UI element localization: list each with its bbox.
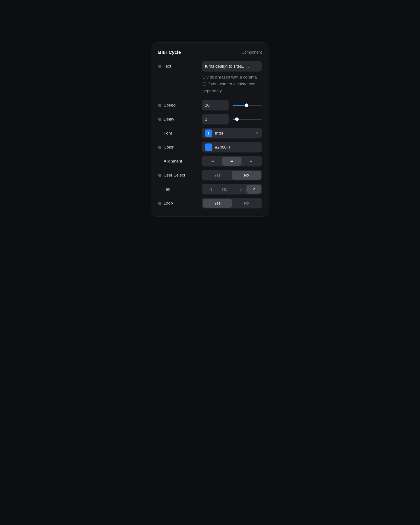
color-value: #2480FF (215, 145, 232, 150)
align-right-icon (249, 160, 253, 163)
text-input-value: turns design to sites., ... (205, 64, 249, 69)
label-color: Color (164, 145, 173, 150)
delay-slider[interactable] (233, 117, 262, 122)
speed-slider[interactable] (233, 103, 262, 107)
font-name: Inter (215, 131, 255, 136)
font-type-icon: T (205, 130, 212, 137)
font-selector[interactable]: T Inter × (202, 128, 262, 139)
speed-value: 10 (205, 103, 210, 108)
row-delay: Delay 1 (158, 114, 262, 124)
label-text: Text (164, 64, 171, 69)
speed-slider-fill (233, 105, 247, 106)
label-alignment: Alignment (164, 159, 182, 164)
label-tag: Tag (164, 187, 170, 192)
panel-type-label: Component (242, 50, 262, 55)
align-center-icon (230, 160, 234, 163)
svg-rect-4 (253, 160, 253, 162)
label-speed: Speed (164, 103, 176, 108)
svg-rect-1 (212, 160, 214, 162)
row-alignment: Alignment (158, 156, 262, 167)
delay-value: 1 (205, 117, 207, 122)
properties-panel: Blur Cycle Component Text turns design t… (151, 42, 269, 216)
panel-title: Blur Cycle (158, 50, 181, 55)
tag-h3[interactable]: H3 (232, 185, 247, 194)
svg-rect-5 (250, 160, 252, 162)
text-input[interactable]: turns design to sites., ... (202, 61, 262, 72)
row-loop: Loop Yes No (158, 198, 262, 208)
plus-circle-icon[interactable] (158, 104, 161, 107)
speed-input[interactable]: 10 (202, 100, 229, 111)
text-hint: Divide phrases with a comma (,) if you w… (202, 74, 262, 94)
panel-header: Blur Cycle Component (158, 50, 262, 55)
plus-circle-icon[interactable] (158, 202, 161, 205)
label-font: Font (164, 131, 172, 136)
plus-circle-icon[interactable] (158, 174, 161, 177)
alignment-segmented-control (202, 156, 262, 167)
user-select-segmented-control: Yes No (202, 170, 262, 180)
row-color: Color #2480FF (158, 142, 262, 152)
user-select-yes[interactable]: Yes (203, 171, 232, 180)
plus-circle-icon[interactable] (158, 65, 161, 68)
loop-segmented-control: Yes No (202, 198, 262, 208)
speed-slider-thumb[interactable] (245, 103, 248, 107)
svg-rect-0 (211, 160, 211, 162)
loop-no[interactable]: No (232, 199, 261, 208)
color-picker[interactable]: #2480FF (202, 142, 262, 152)
tag-segmented-control: H1 H2 H3 P (202, 184, 262, 195)
svg-rect-3 (231, 160, 233, 162)
label-delay: Delay (164, 117, 174, 122)
align-left-button[interactable] (203, 157, 222, 166)
align-left-icon (210, 160, 215, 163)
label-user-select: User Select (164, 173, 185, 178)
tag-h1[interactable]: H1 (203, 185, 217, 194)
align-right-button[interactable] (242, 157, 261, 166)
row-speed: Speed 10 (158, 100, 262, 111)
loop-yes[interactable]: Yes (203, 199, 232, 208)
tag-h2[interactable]: H2 (217, 185, 232, 194)
delay-slider-thumb[interactable] (235, 117, 239, 121)
row-text: Text turns design to sites., ... (158, 61, 262, 72)
plus-circle-icon[interactable] (158, 118, 161, 121)
label-loop: Loop (164, 201, 173, 206)
row-tag: Tag H1 H2 H3 P (158, 184, 262, 195)
delay-input[interactable]: 1 (202, 114, 229, 124)
align-center-button[interactable] (222, 157, 242, 166)
close-icon[interactable]: × (255, 131, 259, 136)
tag-p[interactable]: P (247, 185, 261, 194)
plus-circle-icon[interactable] (158, 146, 161, 149)
color-swatch[interactable] (205, 143, 212, 151)
row-user-select: User Select Yes No (158, 170, 262, 180)
row-font: Font T Inter × (158, 128, 262, 139)
user-select-no[interactable]: No (232, 171, 261, 180)
